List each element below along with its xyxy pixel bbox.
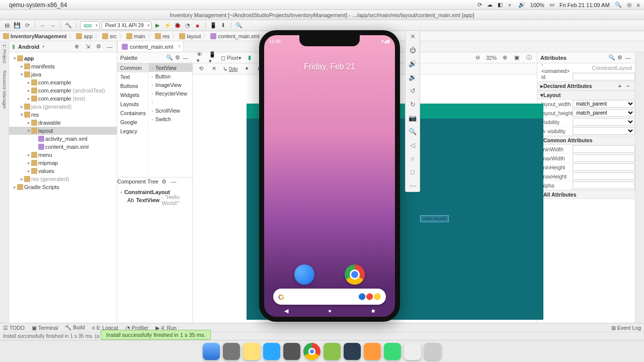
tree-row[interactable]: ▾app — [9, 54, 117, 62]
search-icon[interactable]: 🔍 — [608, 54, 616, 62]
tab-todo[interactable]: ☰ TODO — [3, 325, 25, 331]
close-icon[interactable]: × — [178, 44, 181, 49]
palette-category[interactable]: Google — [117, 118, 148, 127]
default-margin[interactable]: ↳ 0dp — [223, 66, 237, 72]
menubar-icon[interactable]: ☁ — [487, 2, 493, 8]
run-config-combo[interactable]: app — [80, 21, 100, 30]
tree-row[interactable]: ▸mipmap — [9, 159, 117, 167]
emulator-control-icon[interactable]: 📷 — [409, 114, 417, 122]
tree-row[interactable]: ▾layout — [9, 127, 117, 135]
orientation-icon[interactable]: 📱▾ — [209, 54, 217, 62]
volume-icon[interactable]: 🔊 — [518, 2, 525, 8]
emulator-control-icon[interactable]: □ — [411, 168, 415, 176]
hide-icon[interactable]: — — [106, 43, 114, 51]
palette-category[interactable]: Buttons — [117, 81, 148, 90]
add-icon[interactable]: + — [616, 82, 624, 90]
editor-tab[interactable]: content_main.xml × — [117, 41, 184, 52]
autoconnect-icon[interactable]: ⟲ — [197, 65, 205, 73]
gear-icon[interactable]: ⚙ — [174, 54, 182, 62]
emulator-control-icon[interactable]: 🔉 — [409, 73, 417, 81]
search-icon[interactable]: 🔍 — [166, 54, 174, 62]
sdk-icon[interactable]: ⬇ — [219, 22, 227, 30]
emulator-control-icon[interactable]: ✕ — [410, 33, 416, 40]
emulator-control-icon[interactable]: ○ — [411, 155, 415, 162]
back-icon[interactable]: ← — [39, 22, 47, 30]
zoom-in-icon[interactable]: ⊕ — [501, 54, 509, 62]
palette-item[interactable]: ◦ — [148, 98, 193, 106]
zoom-out-icon[interactable]: ⊖ — [474, 54, 482, 62]
finder-icon[interactable] — [203, 343, 220, 360]
emulator-control-icon[interactable]: 🔍 — [409, 128, 417, 135]
palette-item[interactable]: ◦ TextView — [148, 63, 193, 72]
tree-row[interactable]: activity_main.xml — [9, 135, 117, 143]
crumb[interactable]: res — [155, 33, 170, 39]
emulator-control-icon[interactable]: ⏻ — [410, 46, 416, 54]
nav-recent-icon[interactable]: ■ — [372, 308, 375, 314]
hide-icon[interactable]: — — [182, 54, 190, 62]
menubar-icon[interactable]: ⟳ — [477, 2, 482, 8]
launchpad-icon[interactable] — [223, 343, 240, 360]
palette-item[interactable]: ◦ ImageView — [148, 80, 193, 89]
project-tree[interactable]: ▾app▸manifests▾java▸com.example▸com.exam… — [9, 52, 117, 323]
gear-icon[interactable]: ⚙ — [616, 54, 624, 62]
tree-row[interactable]: ▸com.example — [9, 78, 117, 86]
palette-category[interactable]: Containers — [117, 109, 148, 118]
phone-screen[interactable]: 11:09▾◢▮ Friday, Feb 21 G🔵🔴🟡 ◀●■ — [264, 35, 395, 317]
messages-app-icon[interactable] — [294, 264, 314, 285]
layout-height-select[interactable]: match_parent — [573, 109, 635, 117]
nav-back-icon[interactable]: ◀ — [284, 308, 288, 314]
crumb[interactable]: layout — [179, 33, 201, 39]
palette-item[interactable]: ◦ Button — [148, 72, 193, 80]
event-log[interactable]: ⊞ Event Log — [611, 325, 641, 331]
search-icon[interactable]: 🔍 — [235, 22, 243, 30]
clear-constraints-icon[interactable]: ✕ — [210, 65, 218, 73]
android-studio-icon[interactable] — [324, 343, 341, 360]
gear-icon[interactable]: ⚙ — [160, 178, 168, 186]
project-view[interactable]: Android — [18, 44, 39, 50]
save-icon[interactable]: 💾 — [13, 22, 21, 30]
tree-row[interactable]: ▸com.example (test) — [9, 95, 117, 103]
palette-category[interactable]: Layouts — [117, 100, 148, 109]
palette-categories[interactable]: CommonTextButtonsWidgetsLayoutsContainer… — [117, 63, 148, 177]
eye-icon[interactable]: 👁▾ — [197, 54, 205, 62]
collapse-icon[interactable]: ⇲ — [84, 43, 92, 51]
crumb[interactable]: src — [102, 33, 117, 39]
tab-build[interactable]: 🔨 Build — [65, 324, 85, 331]
crumb[interactable]: main — [126, 33, 145, 39]
forward-icon[interactable]: → — [49, 22, 57, 30]
stop-icon[interactable]: ■ — [194, 22, 202, 30]
locate-icon[interactable]: ⊕ — [72, 43, 80, 51]
app-icon[interactable] — [384, 343, 401, 360]
palette-item[interactable]: ◦ ScrollView — [148, 106, 193, 115]
id-input[interactable] — [573, 73, 635, 80]
menubar-clock[interactable]: Fri Feb 21 11:09 AM — [559, 2, 610, 8]
tree-row[interactable]: ▸menu — [9, 151, 117, 159]
tree-row[interactable]: ▸res (generated) — [9, 175, 117, 183]
tree-row[interactable]: ▾java — [9, 70, 117, 78]
emulator-control-icon[interactable]: 🔊 — [409, 60, 417, 67]
device-selector[interactable]: ◻ Pixel▾ — [221, 55, 242, 61]
palette-item[interactable]: ◦ Switch — [148, 115, 193, 123]
tree-row[interactable]: ▸com.example (androidTest) — [9, 86, 117, 95]
battery-icon[interactable]: ▭ — [549, 2, 554, 8]
rail-resource-manager[interactable]: Resource Manager — [2, 70, 7, 109]
google-search-bar[interactable]: G🔵🔴🟡 — [273, 289, 386, 305]
remove-icon[interactable]: − — [624, 82, 632, 90]
build-icon[interactable]: 🔨 — [64, 22, 72, 30]
apply-changes-icon[interactable]: ⚡ — [164, 22, 172, 30]
profiler-icon[interactable]: ◔ — [184, 22, 192, 30]
palette-category[interactable]: Legacy — [117, 127, 148, 136]
tree-row[interactable]: ▸java (generated) — [9, 103, 117, 111]
zoom-fit-icon[interactable]: ▣ — [513, 54, 521, 62]
chrome-app-icon[interactable] — [345, 264, 365, 285]
siri-icon[interactable]: ◎ — [627, 2, 632, 8]
crumb[interactable]: app — [76, 33, 93, 39]
tree-row[interactable]: content_main.xml — [9, 143, 117, 151]
emulator-control-icon[interactable]: ↺ — [410, 87, 416, 95]
tree-row[interactable]: ▾res — [9, 111, 117, 119]
gear-icon[interactable]: ⚙ — [95, 43, 103, 51]
avd-icon[interactable]: 📱 — [209, 22, 217, 30]
debug-icon[interactable]: 🐞 — [174, 22, 182, 30]
tree-row[interactable]: ▸values — [9, 167, 117, 175]
infer-icon[interactable]: ✦ — [243, 65, 251, 73]
